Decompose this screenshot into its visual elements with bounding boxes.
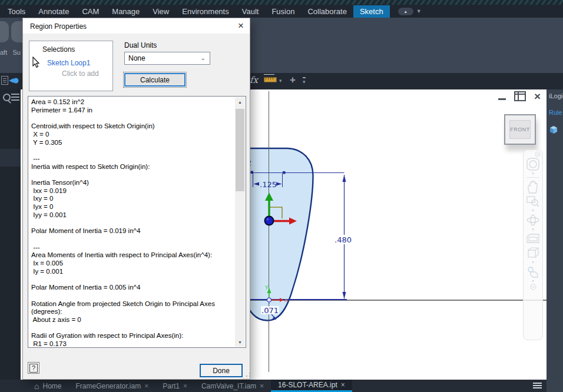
document-icon[interactable] — [1, 76, 8, 85]
document-tab-bar: ⌂HomeFrameGenerator.iam×Part1×CamValve_I… — [0, 380, 547, 392]
pin-icon[interactable] — [8, 77, 20, 84]
ribbon-tab-collaborate[interactable]: Collaborate — [301, 5, 353, 18]
selections-header: Selections — [42, 45, 112, 54]
close-icon[interactable]: × — [238, 20, 244, 32]
scroll-up-icon[interactable]: ▲ — [235, 97, 245, 107]
calculate-button[interactable]: Calculate — [124, 73, 186, 87]
minimize-icon[interactable] — [498, 98, 506, 100]
dual-units-label: Dual Units — [124, 41, 157, 49]
search-icon[interactable] — [3, 94, 11, 101]
ribbon-tab-manage[interactable]: Manage — [105, 5, 146, 18]
tab-close-icon[interactable]: × — [341, 381, 345, 389]
resize-grip[interactable] — [246, 376, 247, 377]
tab-label: FrameGenerator.iam — [75, 382, 141, 390]
ilogic-panel[interactable]: iLogic Rule — [547, 89, 563, 392]
done-button-label: Done — [213, 367, 230, 375]
region-properties-dialog: Region Properties × Selections Sketch Lo… — [22, 18, 250, 380]
zoom-all-icon[interactable] — [526, 157, 540, 171]
chevron-down-icon[interactable]: ▼ — [416, 8, 422, 14]
tab-label: Home — [42, 382, 61, 390]
ribbon-tab-annotate[interactable]: Annotate — [32, 5, 75, 18]
pan-hand-icon[interactable] — [526, 179, 540, 194]
tab-label: 16-SLOT-AREA.ipt — [278, 381, 337, 389]
close-icon[interactable]: × — [534, 92, 541, 101]
selection-item[interactable]: Sketch Loop1 — [47, 59, 112, 67]
fx-parameters-icon[interactable]: fx — [250, 75, 258, 85]
ilogic-rules-tab[interactable]: Rule — [549, 109, 563, 116]
results-text: Area = 0.152 in^2 Perimeter = 1.647 in C… — [31, 98, 233, 346]
ribbon-tab-environments[interactable]: Environments — [175, 5, 235, 18]
view-cube-icon[interactable] — [526, 246, 540, 260]
ilogic-cube-icon — [548, 124, 559, 135]
chevron-down-icon[interactable]: ▾ — [532, 227, 534, 232]
browser-rail — [0, 89, 21, 380]
ribbon-tabs: ToolsAnnotateCAMManageViewEnvironmentsVa… — [1, 5, 390, 18]
dialog-titlebar[interactable]: Region Properties × — [23, 18, 250, 34]
chevron-down-icon[interactable]: ▾ — [532, 208, 534, 213]
done-button[interactable]: Done — [200, 364, 243, 377]
tab-label: CamValve_IT.iam — [201, 382, 256, 390]
dialog-title: Region Properties — [30, 22, 87, 31]
chevron-down-icon[interactable]: ▾ — [532, 260, 534, 265]
ribbon-tab-tools[interactable]: Tools — [1, 5, 32, 18]
tab-camvalve_it.iam[interactable]: CamValve_IT.iam× — [194, 380, 271, 392]
tab-16-slot-area.ipt[interactable]: 16-SLOT-AREA.ipt× — [271, 380, 352, 392]
ribbon-tab-sketch[interactable]: Sketch — [353, 5, 390, 18]
ribbon-expand-icon[interactable]: ▲ — [398, 8, 413, 15]
app-window: ToolsAnnotateCAMManageViewEnvironmentsVa… — [0, 0, 563, 392]
divider — [526, 177, 539, 178]
dual-units-value: None — [128, 54, 145, 62]
document-window-controls: × — [498, 91, 541, 101]
help-icon: ? — [29, 364, 38, 373]
ribbon-tab-bar: ToolsAnnotateCAMManageViewEnvironmentsVa… — [0, 5, 563, 18]
titlebar-pattern — [0, 0, 563, 5]
tab-home[interactable]: ⌂Home — [27, 380, 68, 392]
dual-units-select[interactable]: None ⌄ — [124, 52, 210, 65]
ribbon-button-labels-fragment: aft Su — [0, 49, 21, 56]
ribbon-button-fragment — [0, 21, 9, 42]
view-cube-face-label: FRONT — [509, 120, 531, 139]
ribbon-tab-vault[interactable]: Vault — [236, 5, 266, 18]
split-view-icon[interactable] — [514, 91, 526, 101]
home-icon: ⌂ — [34, 381, 39, 391]
tab-close-icon[interactable]: × — [144, 382, 148, 390]
chevron-down-icon: ⌄ — [201, 55, 206, 61]
look-at-icon[interactable] — [525, 232, 541, 246]
calculate-button-label: Calculate — [140, 76, 170, 84]
scrollbar-thumb[interactable] — [236, 109, 244, 191]
selections-list[interactable]: Selections Sketch Loop1 Click to add — [29, 41, 113, 91]
collapse-icon[interactable]: ▾ — [303, 77, 306, 85]
filter-menu-icon[interactable] — [11, 94, 19, 95]
measure-ruler-icon[interactable] — [264, 77, 277, 82]
results-panel: Area = 0.152 in^2 Perimeter = 1.647 in C… — [28, 96, 246, 348]
tab-close-icon[interactable]: × — [183, 382, 187, 390]
orbit-icon[interactable] — [525, 213, 541, 227]
chevron-down-icon[interactable]: ▾ — [532, 171, 534, 176]
hamburger-icon[interactable] — [533, 383, 542, 384]
scroll-down-icon[interactable]: ▼ — [235, 337, 245, 347]
add-icon[interactable]: + — [290, 74, 296, 86]
navigation-wheel-icon[interactable] — [526, 265, 540, 279]
ribbon-tab-fusion[interactable]: Fusion — [265, 5, 301, 18]
document-tabs: ⌂HomeFrameGenerator.iam×Part1×CamValve_I… — [27, 380, 352, 392]
help-button[interactable]: ? — [28, 362, 39, 374]
ribbon-tab-cam[interactable]: CAM — [75, 5, 105, 18]
browser-selection-band — [0, 149, 21, 167]
tab-part1[interactable]: Part1× — [155, 380, 194, 392]
navigation-bar: ▾ ▾ ▾ ▾ — [523, 150, 543, 340]
vertical-scrollbar[interactable]: ▲ ▼ — [235, 97, 245, 347]
tab-close-icon[interactable]: × — [260, 382, 264, 390]
ribbon-tab-view[interactable]: View — [146, 5, 175, 18]
close-icon[interactable] — [535, 151, 541, 157]
zoom-window-icon[interactable] — [526, 194, 540, 208]
selection-placeholder[interactable]: Click to add — [62, 69, 112, 78]
ilogic-panel-title: iLogic — [549, 92, 563, 99]
chevron-down-icon[interactable]: ▾ — [532, 279, 534, 284]
collapse-minus-icon[interactable] — [530, 284, 536, 290]
chevron-down-icon[interactable]: ▾ — [279, 78, 282, 84]
tab-framegenerator.iam[interactable]: FrameGenerator.iam× — [68, 380, 155, 392]
tab-label: Part1 — [163, 382, 180, 390]
view-cube[interactable]: FRONT — [504, 114, 536, 145]
cursor-arrow — [32, 57, 40, 68]
